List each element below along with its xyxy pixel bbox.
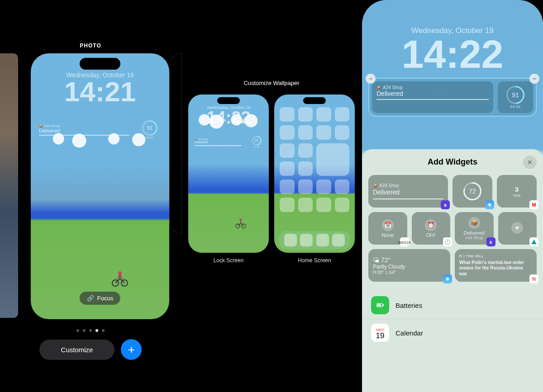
drive-app-icon bbox=[529, 237, 538, 246]
customize-button[interactable]: Customize bbox=[39, 340, 115, 360]
weather-icon: 🌤 bbox=[373, 256, 379, 264]
calendar-app-icon: WED 19 bbox=[371, 324, 389, 342]
suggestion-calendar[interactable]: 📅 None WED19 bbox=[368, 212, 407, 245]
add-widgets-panel: Wednesday, October 19 14:22 − − A24 Shop… bbox=[362, 0, 543, 392]
shop-app-icon: s bbox=[486, 237, 495, 246]
prev-wallpaper-peek[interactable] bbox=[0, 53, 18, 318]
delivery-status: Delivered bbox=[39, 128, 129, 133]
news-app-icon: N bbox=[529, 274, 538, 283]
focus-label: Focus bbox=[97, 295, 113, 302]
weather-app-icon: ☀ bbox=[485, 200, 494, 209]
suggestion-delivery[interactable]: A24 Shop Delivered s bbox=[368, 175, 448, 208]
battery-widget[interactable]: 91 64 92 bbox=[136, 118, 164, 142]
homescreen-option[interactable] bbox=[274, 94, 355, 253]
remove-widget-button[interactable]: − bbox=[529, 74, 539, 84]
customize-title: Customize Wallpaper bbox=[181, 80, 362, 86]
app-list-calendar[interactable]: WED 19 Calendar bbox=[362, 319, 543, 346]
star-icon: ★ bbox=[511, 222, 523, 234]
clouds-art bbox=[188, 111, 269, 129]
widget-row: A24 Shop Delivered 91 64 92 bbox=[192, 134, 265, 150]
dock bbox=[279, 231, 350, 249]
category-title: PHOTO bbox=[0, 43, 181, 49]
lockscreen-label: Lock Screen bbox=[188, 257, 269, 264]
svg-rect-8 bbox=[378, 304, 381, 306]
clock-app-icon: 🕐 bbox=[443, 237, 452, 246]
customize-wallpaper-panel: Customize Wallpaper Wednesday, October 1… bbox=[181, 0, 362, 392]
suggestion-news[interactable]: 𝐍 | THE HILL What Putin's martial-law or… bbox=[455, 249, 537, 282]
page-dots[interactable] bbox=[0, 326, 181, 334]
next-wallpaper-peek[interactable] bbox=[169, 53, 182, 234]
remove-widget-button[interactable]: − bbox=[366, 74, 376, 84]
delivery-shop: A24 Shop bbox=[44, 124, 60, 128]
lockscreen-widget-row[interactable]: A24 Shop Delivered 91 64 92 bbox=[36, 118, 164, 142]
delivery-widget[interactable]: A24 Shop Delivered bbox=[372, 81, 493, 113]
battery-sub: 64 92 bbox=[146, 136, 154, 139]
delivery-widget[interactable]: A24 Shop Delivered bbox=[36, 118, 132, 142]
suggestion-weather-wide[interactable]: 🌤 72° Partly Cloudy H:88° L:64° ☀ bbox=[368, 249, 450, 282]
suggestion-drive[interactable]: ★ bbox=[498, 212, 537, 245]
suggestion-alarm[interactable]: ⏰ OFF 🕐 bbox=[412, 212, 451, 245]
link-icon: 🔗 bbox=[87, 295, 94, 302]
close-button[interactable]: ✕ bbox=[523, 156, 537, 169]
package-icon bbox=[39, 124, 43, 128]
lockscreen-preview[interactable]: Wednesday, October 19 14:21 A24 Shop Del… bbox=[31, 53, 169, 319]
wallpaper-gallery-panel: PHOTO Wednesday, October 19 14:21 A24 Sh… bbox=[0, 0, 181, 392]
weather-app-icon: ☀ bbox=[443, 274, 452, 283]
svg-rect-7 bbox=[383, 304, 384, 306]
selected-widget-row[interactable]: − − A24 Shop Delivered 91 64 92 bbox=[368, 78, 537, 117]
battery-widget: 91 64 92 bbox=[248, 134, 265, 150]
app-list-batteries[interactable]: Batteries bbox=[362, 292, 543, 319]
suggestion-mail[interactable]: 3 new M bbox=[497, 175, 537, 208]
focus-button[interactable]: 🔗 Focus bbox=[80, 292, 120, 305]
calendar-app-icon: WED19 bbox=[400, 237, 409, 246]
cyclist-art bbox=[235, 217, 247, 228]
lockscreen-time[interactable]: 14:22 bbox=[362, 34, 543, 74]
batteries-app-icon bbox=[371, 296, 389, 314]
battery-ring: 91 bbox=[142, 120, 157, 136]
widget-app-list: Batteries WED 19 Calendar bbox=[362, 292, 543, 346]
lockscreen-option[interactable]: Wednesday, October 19 14:22 A24 Shop Del… bbox=[188, 94, 269, 253]
add-widgets-sheet: Add Widgets ✕ A24 Shop Delivered s 72 ☀ … bbox=[362, 149, 543, 392]
alarm-icon: ⏰ bbox=[425, 219, 437, 231]
package-icon: 📦 bbox=[468, 217, 480, 229]
delivery-widget: A24 Shop Delivered bbox=[192, 134, 244, 150]
suggestion-weather-ring[interactable]: 72 ☀ bbox=[452, 175, 492, 208]
shop-app-icon: s bbox=[441, 200, 450, 209]
add-wallpaper-button[interactable]: + bbox=[121, 339, 142, 360]
gmail-app-icon: M bbox=[529, 200, 538, 209]
sheet-title: Add Widgets bbox=[362, 157, 543, 167]
suggestion-shop-status[interactable]: 📦 Delivered A24 Shop s bbox=[455, 212, 494, 245]
home-grid bbox=[280, 107, 349, 230]
svg-point-5 bbox=[240, 218, 242, 221]
package-icon bbox=[376, 85, 381, 90]
delivery-progress bbox=[39, 135, 129, 136]
cyclist-art bbox=[111, 269, 129, 287]
lockscreen-time[interactable]: 14:21 bbox=[31, 78, 169, 106]
package-icon bbox=[373, 183, 377, 188]
svg-point-2 bbox=[118, 271, 122, 275]
calendar-icon: 📅 bbox=[382, 219, 394, 231]
homescreen-label: Home Screen bbox=[274, 257, 355, 264]
battery-widget[interactable]: 91 64 92 bbox=[498, 81, 533, 113]
